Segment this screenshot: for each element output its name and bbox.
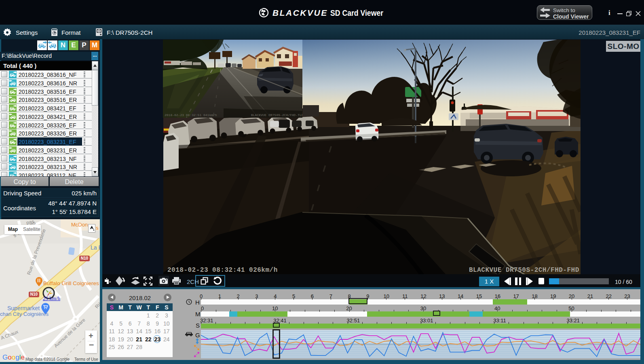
svg-text:2018-02-23 08:32:51 041km/h: 2018-02-23 08:32:51 041km/h bbox=[165, 113, 217, 117]
svg-text:2018-02-23 08:32:41 026km/h: 2018-02-23 08:32:41 026km/h bbox=[167, 267, 278, 274]
svg-text:BLACKVUE DR750S-2CH/FHD-FHD: BLACKVUE DR750S-2CH/FHD-FHD bbox=[469, 267, 579, 274]
svg-text:BLACKVUE DR750S-2CH/FHD-TLD: BLACKVUE DR750S-2CH/FHD-TLD bbox=[251, 113, 302, 117]
